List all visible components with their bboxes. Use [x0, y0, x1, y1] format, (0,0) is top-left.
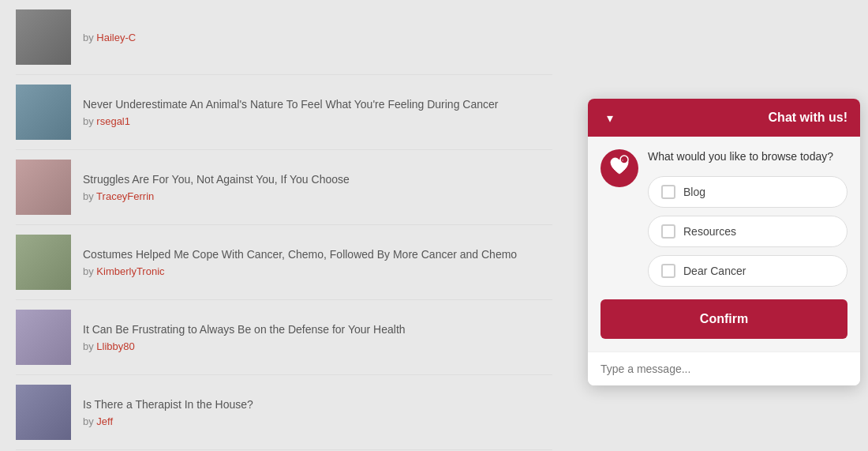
option-label-resources: Resources	[683, 225, 736, 238]
checkbox-dear-cancer[interactable]	[661, 264, 675, 278]
chat-question: What would you like to browse today?	[648, 149, 847, 165]
article-content: Costumes Helped Me Cope With Cancer, Che…	[83, 247, 517, 278]
article-thumbnail	[16, 160, 71, 215]
chat-message-area: What would you like to browse today? Blo…	[648, 149, 847, 287]
article-thumbnail	[16, 235, 71, 290]
article-thumbnail	[16, 385, 71, 440]
article-content: Is There a Therapist In the House? by Je…	[83, 397, 253, 428]
confirm-button[interactable]: Confirm	[600, 299, 847, 339]
option-label-blog: Blog	[683, 186, 705, 198]
author-link[interactable]: TraceyFerrin	[96, 190, 154, 202]
chat-option-resources[interactable]: Resources	[648, 216, 847, 247]
chat-option-dear-cancer[interactable]: Dear Cancer	[648, 255, 847, 287]
article-content: It Can Be Frustrating to Always Be on th…	[83, 322, 406, 353]
chat-input-area	[588, 351, 860, 385]
checkbox-blog[interactable]	[661, 185, 675, 199]
article-title: Struggles Are For You, Not Against You, …	[83, 172, 350, 188]
article-author: by Jeff	[83, 415, 253, 427]
chat-header-title: Chat with us!	[627, 111, 847, 125]
article-content: Never Underestimate An Animal's Nature T…	[83, 97, 498, 128]
author-link[interactable]: Jeff	[96, 415, 113, 427]
heart-icon: °	[608, 155, 630, 182]
article-thumbnail	[16, 85, 71, 140]
list-item: Costumes Helped Me Cope With Cancer, Che…	[16, 225, 552, 300]
article-author: by TraceyFerrin	[83, 190, 350, 202]
article-title: Is There a Therapist In the House?	[83, 397, 253, 413]
article-content: Struggles Are For You, Not Against You, …	[83, 172, 350, 203]
article-author: by Llibby80	[83, 340, 406, 352]
article-author: by KimberlyTronic	[83, 265, 517, 277]
list-item: It Can Be Frustrating to Always Be on th…	[16, 300, 552, 375]
chat-header[interactable]: ▾ Chat with us!	[588, 99, 860, 137]
article-author: by Hailey-C	[83, 32, 136, 43]
article-title: Never Underestimate An Animal's Nature T…	[83, 97, 498, 113]
list-item: Is There a Therapist In the House? by Je…	[16, 375, 552, 450]
author-link[interactable]: rsegal1	[96, 115, 130, 127]
article-author: by rsegal1	[83, 115, 498, 127]
checkbox-resources[interactable]	[661, 224, 675, 239]
list-item: Struggles Are For You, Not Against You, …	[16, 150, 552, 225]
article-title: It Can Be Frustrating to Always Be on th…	[83, 322, 406, 338]
article-thumbnail	[16, 9, 71, 65]
avatar: °	[600, 149, 638, 187]
article-list: by Hailey-C Never Underestimate An Anima…	[0, 0, 568, 451]
author-link[interactable]: KimberlyTronic	[96, 265, 164, 277]
list-item: by Hailey-C	[16, 0, 552, 75]
chat-option-blog[interactable]: Blog	[648, 176, 847, 208]
chevron-down-icon: ▾	[600, 108, 619, 127]
chat-options: Blog Resources Dear Cancer	[648, 176, 847, 287]
article-content: by Hailey-C	[83, 32, 136, 43]
article-title: Costumes Helped Me Cope With Cancer, Che…	[83, 247, 517, 263]
chat-widget: ▾ Chat with us! ° What would you like to…	[588, 99, 860, 385]
option-label-dear-cancer: Dear Cancer	[683, 265, 746, 277]
article-thumbnail	[16, 310, 71, 365]
chat-body: ° What would you like to browse today? B…	[588, 137, 860, 299]
chat-message-input[interactable]	[600, 363, 847, 375]
author-link[interactable]: Hailey-C	[96, 32, 136, 43]
author-link[interactable]: Llibby80	[96, 340, 134, 352]
list-item: Never Underestimate An Animal's Nature T…	[16, 75, 552, 150]
chat-confirm-area: Confirm	[588, 299, 860, 351]
